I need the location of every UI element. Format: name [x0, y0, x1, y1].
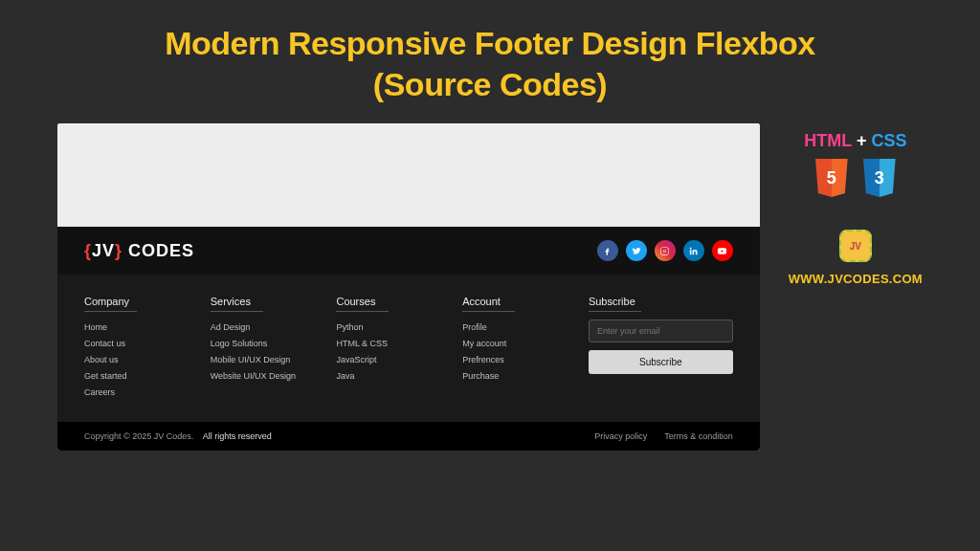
logo-codes: CODES	[122, 241, 194, 260]
privacy-link[interactable]: Privacy policy	[594, 431, 647, 441]
css3-shield: 3	[860, 159, 899, 197]
account-link-profile[interactable]: Profile	[462, 320, 566, 336]
terms-link[interactable]: Terms & condition	[664, 431, 733, 441]
courses-link-js[interactable]: JavaScript	[336, 352, 439, 368]
tech-label: HTML + CSS	[804, 131, 906, 151]
column-courses: Courses Python HTML & CSS JavaScript Jav…	[336, 292, 439, 401]
label-html: HTML	[804, 131, 852, 150]
logo-brace-close: }	[115, 241, 122, 260]
facebook-icon[interactable]	[597, 240, 618, 261]
account-heading: Account	[462, 296, 515, 312]
courses-link-python[interactable]: Python	[336, 320, 439, 336]
instagram-icon[interactable]	[655, 240, 676, 261]
bottom-links: Privacy policy Terms & condition	[594, 431, 733, 441]
title-line-2: (Source Codes)	[0, 64, 980, 105]
services-link-logo[interactable]: Logo Solutions	[211, 336, 314, 352]
rights-text: All rights reserved	[203, 431, 272, 441]
services-link-ad[interactable]: Ad Design	[211, 320, 314, 336]
column-account: Account Profile My account Prefrences Pu…	[462, 292, 566, 401]
courses-heading: Courses	[336, 296, 389, 312]
company-link-about[interactable]: About us	[84, 352, 188, 368]
services-heading: Services	[211, 296, 263, 312]
subscribe-heading: Subscribe	[589, 296, 641, 312]
page-title: Modern Responsive Footer Design Flexbox …	[0, 0, 980, 104]
linkedin-icon[interactable]	[683, 240, 704, 261]
column-services: Services Ad Design Logo Solutions Mobile…	[211, 292, 314, 401]
account-link-prefs[interactable]: Prefrences	[462, 352, 566, 368]
title-line-1: Modern Responsive Footer Design Flexbox	[0, 23, 980, 64]
html5-shield: 5	[813, 159, 851, 197]
youtube-icon[interactable]	[712, 240, 733, 261]
services-link-mobile[interactable]: Mobile UI/UX Design	[211, 352, 314, 368]
footer-preview: {JV} CODES Company Home Contact us About…	[57, 123, 760, 451]
site-url: WWW.JVCODES.COM	[789, 272, 923, 286]
preview-blank-area	[57, 123, 760, 227]
copyright-text: Copyright © 2025 JV Codes.	[84, 431, 193, 441]
company-link-home[interactable]: Home	[84, 320, 188, 336]
jvcodes-logo-icon: JV	[839, 230, 872, 262]
column-company: Company Home Contact us About us Get sta…	[84, 292, 188, 401]
subscribe-email-input[interactable]	[589, 320, 733, 342]
logo-brace-open: {	[84, 241, 92, 260]
courses-link-java[interactable]: Java	[336, 368, 439, 385]
label-css: CSS	[871, 131, 906, 150]
courses-link-htmlcss[interactable]: HTML & CSS	[336, 336, 439, 352]
footer-logo: {JV} CODES	[84, 241, 194, 261]
tech-badges: 5 3	[813, 159, 899, 203]
html5-badge-icon: 5	[813, 159, 851, 203]
twitter-icon[interactable]	[626, 240, 647, 261]
account-link-purchase[interactable]: Purchase	[462, 368, 566, 385]
column-subscribe: Subscribe Subscribe	[589, 292, 733, 401]
footer-top-bar: {JV} CODES	[57, 227, 760, 275]
copyright: Copyright © 2025 JV Codes. All rights re…	[84, 431, 272, 441]
services-link-website[interactable]: Website UI/UX Design	[211, 368, 314, 385]
subscribe-button[interactable]: Subscribe	[589, 350, 733, 374]
label-plus: +	[852, 131, 872, 150]
company-link-contact[interactable]: Contact us	[84, 336, 188, 352]
company-link-getstarted[interactable]: Get started	[84, 368, 188, 385]
social-icons	[597, 240, 733, 261]
account-link-myaccount[interactable]: My account	[462, 336, 566, 352]
company-link-careers[interactable]: Careers	[84, 385, 188, 401]
footer-main: Company Home Contact us About us Get sta…	[57, 275, 760, 422]
logo-jv: JV	[92, 241, 115, 260]
footer-bottom-bar: Copyright © 2025 JV Codes. All rights re…	[57, 422, 760, 451]
company-heading: Company	[84, 296, 137, 312]
css3-badge-icon: 3	[860, 159, 899, 203]
sidebar: HTML + CSS 5 3 JV WWW.JVCODES.COM	[789, 123, 923, 451]
